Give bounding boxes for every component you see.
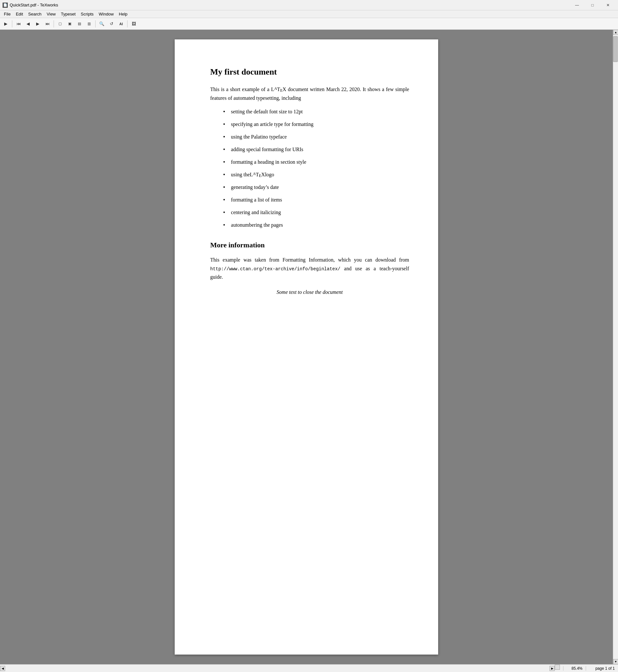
list-item: specifying an article type for formattin… [223,120,409,129]
latex-logo-inline: LATEX [250,171,265,179]
title-bar: 📄 QuickStart.pdf - TeXworks — □ ✕ [0,0,618,10]
closing-text: Some text to close the document [210,288,409,296]
sync-button[interactable]: ↺ [107,19,116,28]
menu-typeset[interactable]: Typeset [59,11,79,17]
bullet-list: setting the default font size to 12pt sp… [223,107,409,229]
maximize-button[interactable]: □ [585,0,600,10]
scroll-left-button[interactable]: ◀ [0,666,5,671]
status-bar: 85.4% page 1 of 1 [560,665,618,672]
menu-help[interactable]: Help [116,11,130,17]
list-item: generating today’s date [223,183,409,192]
separator-2 [54,20,54,27]
ai-button[interactable]: AI [117,19,126,28]
toolbar: ▶ ⏮ ◀ ▶ ⏭ ▢ ▣ ▤ ▥ 🔍 ↺ AI 🖼 [0,18,618,30]
scroll-thumb[interactable] [613,36,618,62]
menu-view[interactable]: View [44,11,59,17]
list-item: autonumbering the pages [223,221,409,229]
list-item: formatting a list of items [223,196,409,204]
image-button[interactable]: 🖼 [129,19,138,28]
main-area: My first document This is a short exampl… [0,30,618,664]
section2-text1: This example was taken from Formatting I… [210,257,409,263]
corner-box [555,665,560,670]
menu-search[interactable]: Search [25,11,44,17]
bottom-area: ◀ ▶ 85.4% page 1 of 1 [0,664,618,672]
list-item: formatting a heading in section style [223,158,409,167]
horizontal-scrollbar[interactable]: ◀ ▶ [0,665,555,672]
menu-file[interactable]: File [1,11,13,17]
view-box1-button[interactable]: ▢ [56,19,65,28]
skip-last-button[interactable]: ⏭ [43,19,52,28]
list-item: setting the default font size to 12pt [223,107,409,116]
scroll-down-button[interactable]: ▼ [613,659,618,664]
play-button[interactable]: ▶ [1,19,10,28]
separator-3 [95,20,96,27]
page-indicator: page 1 of 1 [586,666,615,671]
list-item: using the Palatino typeface [223,133,409,141]
intro-text-before: This is a short example of a [210,87,271,92]
pdf-page: My first document This is a short exampl… [175,39,438,655]
zoom-level: 85.4% [563,666,583,671]
window-title: QuickStart.pdf - TeXworks [10,3,58,7]
view-box3-button[interactable]: ▤ [75,19,84,28]
latex-logo: LATEX [271,87,286,92]
view-box2-button[interactable]: ▣ [65,19,74,28]
list-item: using the LATEX logo [223,171,409,179]
menu-scripts[interactable]: Scripts [78,11,96,17]
next-button[interactable]: ▶ [33,19,42,28]
vertical-scrollbar[interactable]: ▲ ▼ [613,30,618,664]
view-box4-button[interactable]: ▥ [85,19,94,28]
section2-paragraph: This example was taken from Formatting I… [210,256,409,281]
minimize-button[interactable]: — [570,0,585,10]
list-item: adding special formatting for URIs [223,145,409,154]
pdf-area[interactable]: My first document This is a short exampl… [0,30,613,664]
list-item: centering and italicizing [223,208,409,217]
window-controls: — □ ✕ [570,0,615,10]
scroll-up-button[interactable]: ▲ [613,30,618,35]
menu-edit[interactable]: Edit [13,11,25,17]
scroll-track[interactable] [613,35,618,659]
zoom-button[interactable]: 🔍 [97,19,106,28]
section2-title: More information [210,239,409,251]
skip-first-button[interactable]: ⏮ [14,19,23,28]
scroll-right-button[interactable]: ▶ [549,666,555,671]
section2-url: http://www.ctan.org/tex-archive/info/beg… [210,266,340,272]
menu-window[interactable]: Window [96,11,116,17]
separator-1 [12,20,12,27]
menu-bar: File Edit Search View Typeset Scripts Wi… [0,10,618,18]
app-icon: 📄 [3,3,8,8]
prev-button[interactable]: ◀ [23,19,33,28]
doc-title: My first document [210,65,409,79]
doc-intro-paragraph: This is a short example of a LATEX docum… [210,85,409,103]
separator-4 [127,20,127,27]
close-button[interactable]: ✕ [601,0,615,10]
h-scroll-track[interactable] [6,666,549,671]
